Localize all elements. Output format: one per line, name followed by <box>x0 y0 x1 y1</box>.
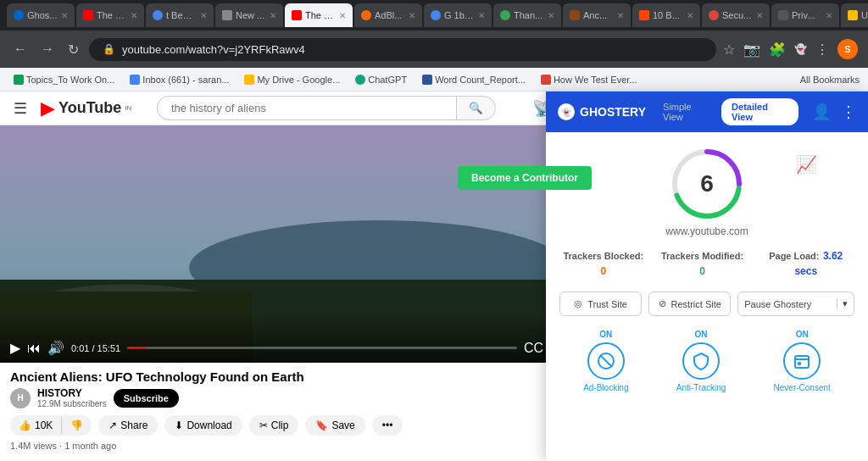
tab-close-icon[interactable]: ✕ <box>548 11 554 20</box>
clip-button[interactable]: ✂ Clip <box>249 415 299 436</box>
restrict-site-button[interactable]: ⊘ Restrict Site <box>648 292 731 316</box>
trackers-blocked-value: 0 <box>600 265 606 277</box>
download-button[interactable]: ⬇ Download <box>164 415 242 436</box>
tab-close-icon[interactable]: ✕ <box>617 11 624 20</box>
like-count: 10K <box>35 419 53 431</box>
back-button[interactable]: ← <box>10 38 31 60</box>
url-bar[interactable]: 🔒 youtube.com/watch?v=j2YRFkRawv4 <box>89 38 716 61</box>
pause-ghostery-button[interactable]: Pause Ghostery ▾ <box>737 292 854 316</box>
browser-chrome: Ghos... ✕ The E... ✕ t Best... ✕ New ...… <box>0 0 868 92</box>
tab-favicon <box>570 10 580 20</box>
bookmark-icon <box>541 75 551 85</box>
tab-sec[interactable]: Secu... ✕ <box>702 3 770 27</box>
search-button[interactable]: 🔍 <box>456 96 496 120</box>
forward-button[interactable]: → <box>37 38 58 60</box>
trend-up-icon: 📈 <box>796 154 817 175</box>
never-consent-button[interactable] <box>783 342 821 380</box>
youtube-logo-icon: ▶ <box>41 97 55 119</box>
ghostery-action-buttons: ◎ Trust Site ⊘ Restrict Site Pause Ghost… <box>559 292 854 316</box>
trackers-modified-label: Trackers Modified: <box>661 251 743 261</box>
tab-close-icon[interactable]: ✕ <box>200 11 207 20</box>
save-button[interactable]: 🔖 Save <box>305 415 364 436</box>
trackers-modified-value: 0 <box>699 265 705 277</box>
bookmark-label: Inbox (661) - saran... <box>142 75 229 85</box>
reload-button[interactable]: ↻ <box>64 38 82 61</box>
bookmark-label: ChatGPT <box>368 75 407 85</box>
tab-favicon <box>778 10 788 20</box>
tab-close-icon[interactable]: ✕ <box>756 11 763 20</box>
bookmark-word[interactable]: Word Count_Report... <box>417 73 531 86</box>
search-input[interactable] <box>157 96 456 120</box>
ad-blocking-button[interactable] <box>587 342 625 380</box>
tab-priv[interactable]: Priv... ✕ <box>771 3 839 27</box>
save-icon: 🔖 <box>315 419 328 431</box>
dislike-button[interactable]: 👎 <box>62 415 92 436</box>
tab-label: New ... <box>236 10 264 20</box>
ad-blocking-status: ON <box>599 330 612 339</box>
tab-close-icon[interactable]: ✕ <box>131 11 137 20</box>
tab-label: Secu... <box>722 10 751 20</box>
bookmark-icon <box>130 75 140 85</box>
youtube-header: ☰ ▶ YouTube IN 🔍 📡 🔔 S <box>0 92 631 125</box>
tab-10b[interactable]: 10 B... ✕ <box>632 3 700 27</box>
mute-button[interactable]: 🔊 <box>47 340 64 356</box>
bookmark-chatgpt[interactable]: ChatGPT <box>350 73 412 86</box>
subscribe-button[interactable]: Subscribe <box>114 389 179 408</box>
play-button[interactable]: ▶ <box>10 340 20 356</box>
tab-close-icon[interactable]: ✕ <box>826 11 832 20</box>
progress-bar[interactable] <box>127 347 517 349</box>
screenshot-icon[interactable]: 📷 <box>743 42 760 58</box>
anti-tracking-button[interactable] <box>682 342 720 380</box>
profile-avatar[interactable]: S <box>837 39 858 59</box>
like-dislike-group: 👍 10K 👎 <box>10 415 92 436</box>
tab-close-icon[interactable]: ✕ <box>687 11 693 20</box>
tab-close-icon[interactable]: ✕ <box>270 11 276 20</box>
skip-back-button[interactable]: ⏮ <box>27 341 41 356</box>
bookmark-inbox[interactable]: Inbox (661) - saran... <box>125 73 234 86</box>
clip-icon: ✂ <box>259 419 268 431</box>
ghostery-profile-icon[interactable]: 👤 <box>812 103 831 121</box>
more-options-icon[interactable]: ⋮ <box>815 42 829 58</box>
tab-anc[interactable]: Anc... ✕ <box>563 3 631 27</box>
channel-info: HISTORY 12.9M subscribers <box>37 387 107 408</box>
more-button[interactable]: ••• <box>372 415 403 436</box>
tab-untitled[interactable]: Untitl... ✕ <box>841 3 868 27</box>
tab-new[interactable]: New ... ✕ <box>215 3 283 27</box>
ghostery-settings-icon[interactable]: ⋮ <box>841 103 856 121</box>
anti-tracking-label: Anti-Tracking <box>676 383 726 392</box>
tab-adbk[interactable]: AdBl... ✕ <box>354 3 422 27</box>
trackers-blocked-stat: Trackers Blocked: 0 <box>559 247 648 278</box>
channel-name: HISTORY <box>37 387 107 399</box>
tab-thee[interactable]: The E... ✕ <box>76 3 144 27</box>
bookmark-drive[interactable]: My Drive - Google... <box>239 73 345 86</box>
tab-label: 10 B... <box>653 10 680 20</box>
bookmark-howwe[interactable]: How We Test Ever... <box>536 73 643 86</box>
tab-best[interactable]: t Best... ✕ <box>146 3 214 27</box>
share-button[interactable]: ↗ Share <box>98 415 158 436</box>
simple-view-tab[interactable]: Simple View <box>653 98 721 125</box>
extensions-icon[interactable]: 🧩 <box>769 42 786 58</box>
become-contributor-button[interactable]: Become a Contributor <box>458 166 592 190</box>
bookmark-star-icon[interactable]: ☆ <box>723 42 735 58</box>
tab-close-icon[interactable]: ✕ <box>61 11 68 20</box>
pause-dropdown-icon[interactable]: ▾ <box>837 298 848 309</box>
tab-close-icon[interactable]: ✕ <box>339 11 346 20</box>
tab-thef[interactable]: The F... ✕ <box>285 3 353 27</box>
ghostery-ext-icon[interactable]: 👻 <box>794 43 807 55</box>
menu-icon[interactable]: ☰ <box>14 99 27 118</box>
bookmark-topics[interactable]: Topics_To Work On... <box>8 73 120 86</box>
tab-label: The E... <box>97 10 127 20</box>
tab-label: t Best... <box>166 10 197 20</box>
subtitles-button[interactable]: CC <box>524 341 543 356</box>
detailed-view-tab[interactable]: Detailed View <box>721 98 798 125</box>
trust-site-button[interactable]: ◎ Trust Site <box>559 292 642 316</box>
tab-close-icon[interactable]: ✕ <box>478 11 485 20</box>
tab-thank[interactable]: Than... ✕ <box>493 3 561 27</box>
video-views: 1.4M views · 1 month ago <box>0 439 631 453</box>
anti-tracking-feature: ON Anti-Tracking <box>676 330 726 392</box>
tab-g1[interactable]: G 1blo... ✕ <box>424 3 492 27</box>
tab-favicon <box>500 10 510 20</box>
like-button[interactable]: 👍 10K <box>10 415 61 436</box>
tab-ghost[interactable]: Ghos... ✕ <box>7 3 75 27</box>
tab-close-icon[interactable]: ✕ <box>409 11 415 20</box>
